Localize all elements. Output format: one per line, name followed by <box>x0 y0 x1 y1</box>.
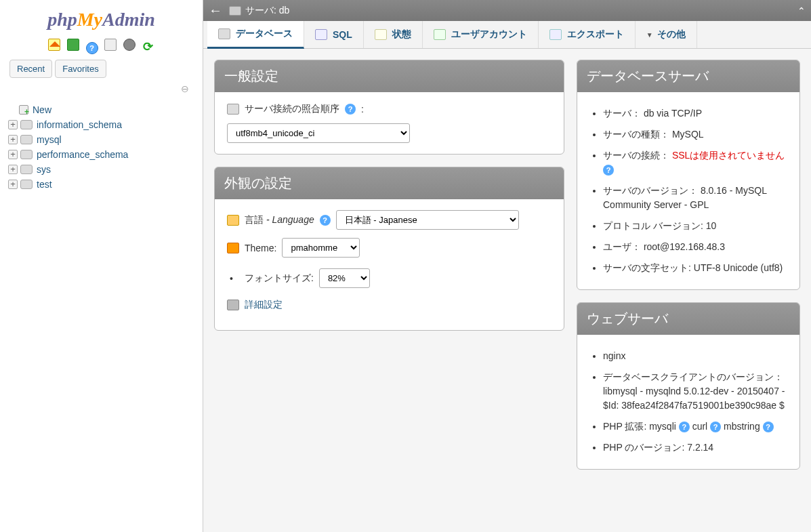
tree-item-test[interactable]: + test <box>8 177 197 192</box>
webserver-name: nginx <box>603 346 787 367</box>
panel-title: ウェブサーバ <box>577 303 799 335</box>
help-icon[interactable]: ? <box>320 215 331 226</box>
wrench-icon <box>227 300 239 310</box>
panel-title: 外観の設定 <box>215 167 564 199</box>
docs-icon[interactable]: ? <box>86 42 98 54</box>
tab-label: SQL <box>333 29 352 40</box>
more-settings-link[interactable]: 詳細設定 <box>245 299 283 311</box>
current-user: ユーザ： root@192.168.48.3 <box>603 237 787 258</box>
server-charset: サーバの文字セット: UTF-8 Unicode (utf8) <box>603 258 787 279</box>
expand-icon[interactable]: + <box>8 180 18 189</box>
language-label: 言語 - Language <box>245 214 314 226</box>
tab-label: エクスポート <box>567 28 624 41</box>
theme-icon <box>227 243 239 253</box>
tab-label: ユーザアカウント <box>451 28 527 41</box>
sql-docs-icon[interactable] <box>104 39 117 51</box>
expand-icon[interactable]: + <box>8 165 18 174</box>
database-icon <box>218 28 230 39</box>
appearance-panel: 外観の設定 言語 - Language ? 日本語 - Japanese <box>214 167 564 331</box>
db-label: information_schema <box>37 119 122 130</box>
fontsize-label: フォントサイズ: <box>245 272 314 285</box>
navigation-sidebar: phpMyAdmin ? ⟳ Recent Favorites ⊖ New + … <box>0 0 203 532</box>
general-settings-panel: 一般設定 サーバ接続の照合順序 ? : utf8mb4_unicode_ci <box>214 60 564 155</box>
server-info: サーバ： db via TCP/IP <box>603 103 787 124</box>
logo[interactable]: phpMyAdmin <box>0 5 203 36</box>
db-client-version: データベースクライアントのバージョン： libmysql - mysqlnd 5… <box>603 367 787 416</box>
collation-select[interactable]: utf8mb4_unicode_ci <box>227 123 410 143</box>
db-label: performance_schema <box>37 149 128 160</box>
collation-icon <box>227 104 239 115</box>
main-tabs: データベース SQL 状態 ユーザアカウント エクスポート その他 <box>203 21 811 49</box>
tab-label: データベース <box>236 28 293 40</box>
logout-icon[interactable] <box>67 39 79 51</box>
db-label: test <box>37 179 52 190</box>
php-version: PHP のバージョン: 7.2.14 <box>603 437 787 458</box>
server-breadcrumb[interactable]: サーバ: db <box>245 5 289 17</box>
help-icon[interactable]: ? <box>763 422 774 432</box>
new-database-label: New <box>33 104 51 115</box>
database-icon <box>20 135 33 144</box>
tab-status[interactable]: 状態 <box>364 21 423 48</box>
logo-my: My <box>77 9 102 30</box>
breadcrumb-bar: ← サーバ: db ⌃ <box>203 0 811 21</box>
tab-sql[interactable]: SQL <box>304 21 364 48</box>
ssl-warning: SSLは使用されていません <box>672 150 785 161</box>
database-icon <box>20 180 33 189</box>
database-icon <box>20 165 33 174</box>
tree-item-information-schema[interactable]: + information_schema <box>8 117 197 132</box>
tab-users[interactable]: ユーザアカウント <box>423 21 539 48</box>
database-icon <box>20 150 33 159</box>
help-icon[interactable]: ? <box>345 104 356 115</box>
server-connection: サーバの接続： SSLは使用されていません ? <box>603 145 787 180</box>
help-icon[interactable]: ? <box>679 422 690 432</box>
database-server-panel: データベースサーバ サーバ： db via TCP/IP サーバの種類： MyS… <box>577 60 800 290</box>
link-toggle-icon[interactable]: ⊖ <box>0 82 203 100</box>
database-icon <box>20 120 33 129</box>
db-label: sys <box>37 164 51 175</box>
expand-icon[interactable]: + <box>8 150 18 159</box>
tree-item-mysql[interactable]: + mysql <box>8 132 197 147</box>
recent-tab[interactable]: Recent <box>9 60 52 78</box>
tree-item-sys[interactable]: + sys <box>8 162 197 177</box>
home-icon[interactable] <box>48 39 60 51</box>
language-select[interactable]: 日本語 - Japanese <box>336 210 519 230</box>
logo-admin: Admin <box>102 9 155 30</box>
language-icon <box>227 215 239 226</box>
panel-title: 一般設定 <box>215 60 564 92</box>
theme-label[interactable]: Theme: <box>245 243 276 253</box>
panel-title: データベースサーバ <box>577 60 799 92</box>
status-icon <box>375 29 387 40</box>
php-extensions: PHP 拡張: mysqli ? curl ? mbstring ? <box>603 416 787 437</box>
tab-label: その他 <box>657 28 686 41</box>
new-db-icon <box>19 105 28 115</box>
favorites-tab[interactable]: Favorites <box>55 60 106 78</box>
tree-item-performance-schema[interactable]: + performance_schema <box>8 147 197 162</box>
fontsize-select[interactable]: 82% <box>319 268 370 288</box>
tab-label: 状態 <box>392 28 411 41</box>
new-database-link[interactable]: New <box>8 102 197 117</box>
logo-php: php <box>47 9 77 30</box>
web-server-panel: ウェブサーバ nginx データベースクライアントのバージョン： libmysq… <box>577 302 800 470</box>
tab-databases[interactable]: データベース <box>207 21 304 49</box>
back-icon[interactable]: ← <box>209 3 222 18</box>
theme-select[interactable]: pmahomme <box>282 238 360 258</box>
help-icon[interactable]: ? <box>603 165 614 176</box>
sql-icon <box>315 29 327 40</box>
database-tree: New + information_schema + mysql + perfo… <box>0 100 203 192</box>
export-icon <box>549 29 562 40</box>
sidebar-toolbar: ? ⟳ <box>0 36 203 60</box>
reload-icon[interactable]: ⟳ <box>142 41 154 54</box>
protocol-version: プロトコル バージョン: 10 <box>603 216 787 237</box>
users-icon <box>434 29 446 40</box>
expand-icon[interactable]: + <box>8 135 18 144</box>
collation-label: サーバ接続の照合順序 <box>245 103 339 115</box>
server-type: サーバの種類： MySQL <box>603 124 787 145</box>
help-icon[interactable]: ? <box>710 422 721 432</box>
db-label: mysql <box>37 134 62 145</box>
tab-more[interactable]: その他 <box>636 21 697 48</box>
settings-icon[interactable] <box>123 39 136 51</box>
collapse-icon[interactable]: ⌃ <box>797 5 806 16</box>
server-icon <box>229 6 241 16</box>
expand-icon[interactable]: + <box>8 120 18 129</box>
tab-export[interactable]: エクスポート <box>539 21 636 48</box>
